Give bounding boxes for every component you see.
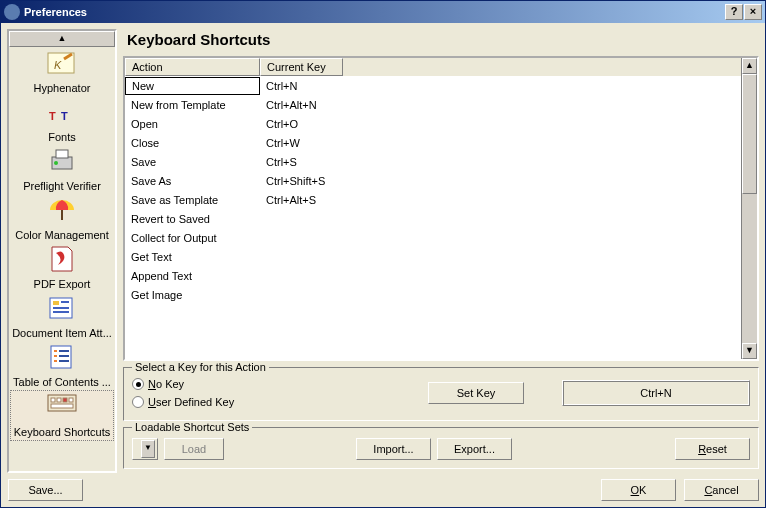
table-row[interactable]: Append Text (125, 266, 741, 285)
pdf-icon (46, 245, 78, 277)
svg-rect-20 (48, 395, 76, 411)
cell-action: Open (125, 116, 260, 132)
radio-user-key[interactable]: User Defined Key (132, 396, 332, 408)
table-row[interactable]: Revert to Saved (125, 209, 741, 228)
svg-text:T: T (61, 110, 68, 122)
radio-no-key[interactable]: No Key (132, 378, 332, 390)
cell-key: Ctrl+Alt+S (260, 192, 460, 208)
svg-rect-9 (53, 301, 59, 305)
cell-key (260, 274, 460, 278)
scroll-down[interactable]: ▼ (742, 343, 757, 359)
reset-button[interactable]: Reset (675, 438, 750, 460)
svg-rect-5 (56, 150, 68, 158)
ok-button[interactable]: OK (601, 479, 676, 501)
cell-action: Close (125, 135, 260, 151)
hyphenator-icon: K (46, 49, 78, 81)
radio-icon (132, 378, 144, 390)
toc-icon (46, 343, 78, 375)
loadable-sets-fieldset: Loadable Shortcut Sets ▼ Load Import... … (123, 427, 759, 469)
cell-action: New from Template (125, 97, 260, 113)
load-button[interactable]: Load (164, 438, 224, 460)
cancel-button[interactable]: Cancel (684, 479, 759, 501)
cell-action: Append Text (125, 268, 260, 284)
sidebar-item-printer[interactable]: Preflight Verifier (9, 145, 115, 194)
svg-rect-25 (51, 404, 73, 408)
sidebar-item-label: Hyphenator (9, 82, 115, 94)
svg-point-6 (54, 161, 58, 165)
sidebar-item-toc[interactable]: Table of Contents ... (9, 341, 115, 390)
sidebar-item-keyboard[interactable]: Keyboard Shortcuts (10, 390, 114, 441)
sidebar-item-label: Keyboard Shortcuts (11, 426, 113, 438)
svg-rect-22 (57, 398, 61, 402)
fonts-icon: TT (46, 98, 78, 130)
sidebar-item-label: Fonts (9, 131, 115, 143)
sidebar-scroll-up[interactable]: ▲ (9, 31, 115, 47)
sidebar-item-docitem[interactable]: Document Item Att... (9, 292, 115, 341)
select-key-legend: Select a Key for this Action (132, 361, 269, 373)
cell-key: Ctrl+S (260, 154, 460, 170)
cell-key (260, 293, 460, 297)
close-button[interactable]: × (744, 4, 762, 20)
window-title: Preferences (24, 6, 87, 18)
sidebar-item-label: Preflight Verifier (9, 180, 115, 192)
titlebar: Preferences ? × (1, 1, 765, 23)
category-sidebar: ▲ KHyphenatorTTFontsPreflight VerifierCo… (7, 29, 117, 473)
export-button[interactable]: Export... (437, 438, 512, 460)
svg-rect-15 (59, 350, 69, 352)
svg-rect-12 (53, 311, 69, 313)
table-row[interactable]: Get Image (125, 285, 741, 304)
cell-key: Ctrl+W (260, 135, 460, 151)
select-key-fieldset: Select a Key for this Action No Key User… (123, 367, 759, 421)
svg-rect-11 (53, 307, 69, 309)
sidebar-item-hyphenator[interactable]: KHyphenator (9, 47, 115, 96)
svg-rect-21 (51, 398, 55, 402)
umbrella-icon (46, 196, 78, 228)
sidebar-item-label: PDF Export (9, 278, 115, 290)
app-icon (4, 4, 20, 20)
scroll-thumb[interactable] (742, 74, 757, 194)
page-title: Keyboard Shortcuts (127, 31, 759, 48)
svg-rect-10 (61, 301, 69, 303)
table-row[interactable]: New from TemplateCtrl+Alt+N (125, 95, 741, 114)
table-row[interactable]: Get Text (125, 247, 741, 266)
table-row[interactable]: OpenCtrl+O (125, 114, 741, 133)
svg-rect-14 (54, 350, 57, 352)
scroll-up[interactable]: ▲ (742, 58, 757, 74)
svg-text:T: T (49, 110, 56, 122)
table-row[interactable]: CloseCtrl+W (125, 133, 741, 152)
svg-rect-16 (54, 355, 57, 357)
keyboard-icon (46, 393, 78, 425)
cell-key: Ctrl+Alt+N (260, 97, 460, 113)
shortcut-set-dropdown[interactable]: ▼ (132, 438, 158, 460)
import-button[interactable]: Import... (356, 438, 431, 460)
table-scrollbar[interactable]: ▲ ▼ (741, 58, 757, 359)
table-row[interactable]: SaveCtrl+S (125, 152, 741, 171)
cell-action: Collect for Output (125, 230, 260, 246)
docitem-icon (46, 294, 78, 326)
col-action[interactable]: Action (125, 58, 260, 76)
svg-text:K: K (54, 59, 62, 71)
col-current-key[interactable]: Current Key (260, 58, 343, 76)
cell-action: Revert to Saved (125, 211, 260, 227)
svg-rect-19 (59, 360, 69, 362)
table-row[interactable]: Collect for Output (125, 228, 741, 247)
save-prefs-button[interactable]: Save... (8, 479, 83, 501)
preferences-window: Preferences ? × ▲ KHyphenatorTTFontsPref… (0, 0, 766, 508)
table-row[interactable]: Save AsCtrl+Shift+S (125, 171, 741, 190)
cell-key: Ctrl+Shift+S (260, 173, 460, 189)
cell-key (260, 255, 460, 259)
sidebar-item-pdf[interactable]: PDF Export (9, 243, 115, 292)
cell-key: Ctrl+N (260, 78, 460, 94)
shortcuts-table: Action Current Key NewCtrl+NNew from Tem… (123, 56, 759, 361)
current-key-display: Ctrl+N (562, 380, 750, 406)
table-row[interactable]: NewCtrl+N (125, 76, 741, 95)
table-row[interactable]: Save as TemplateCtrl+Alt+S (125, 190, 741, 209)
cell-key: Ctrl+O (260, 116, 460, 132)
svg-rect-18 (54, 360, 57, 362)
sidebar-item-umbrella[interactable]: Color Management (9, 194, 115, 243)
cell-action: New (125, 77, 260, 95)
sidebar-item-fonts[interactable]: TTFonts (9, 96, 115, 145)
help-button[interactable]: ? (725, 4, 743, 20)
set-key-button[interactable]: Set Key (428, 382, 524, 404)
cell-action: Save (125, 154, 260, 170)
